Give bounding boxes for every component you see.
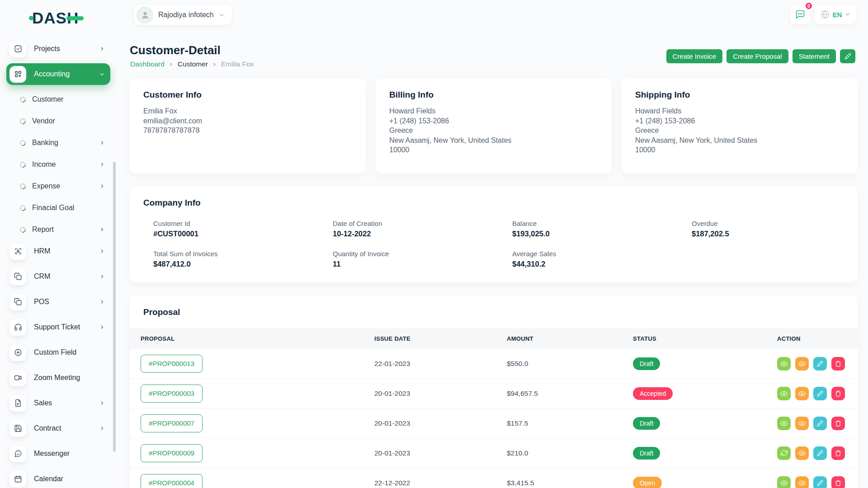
edit-button[interactable] [813,446,827,460]
sidebar-item-contract[interactable]: Contract [6,418,110,439]
create-invoice-button[interactable]: Create Invoice [666,49,723,63]
language-selector[interactable]: EN [815,5,856,24]
proposal-id-button[interactable]: #PROP000004 [141,474,203,488]
trash-icon [835,480,841,486]
sidebar-item-customer[interactable]: Customer [6,89,110,110]
pencil-icon [817,450,823,456]
delete-button[interactable] [831,387,845,400]
sidebar-item-zoom-meeting[interactable]: Zoom Meeting [6,367,110,389]
issue-date: 20-01-2023 [374,419,507,427]
eye-icon [798,360,806,367]
page-title: Customer-Detail [130,43,221,57]
proposal-card: Proposal PROPOSAL ISSUE DATE AMOUNT STAT… [130,296,858,488]
convert-button[interactable] [777,446,791,460]
sidebar-item-custom-field[interactable]: Custom Field [6,342,110,363]
eye-icon [798,450,806,457]
sidebar-item-report[interactable]: Report [6,219,110,240]
table-header: PROPOSAL ISSUE DATE AMOUNT STATUS ACTION [130,328,858,349]
brand-logo: DASH [29,9,84,27]
view-button[interactable] [777,357,791,371]
sidebar-item-pos[interactable]: POS [6,291,110,313]
delete-button[interactable] [831,357,845,371]
card-title: Shipping Info [635,90,844,100]
preview-button[interactable] [795,446,809,460]
proposal-id-button[interactable]: #PROP000003 [141,385,203,403]
delete-button[interactable] [831,417,845,430]
breadcrumb-customer[interactable]: Customer [178,60,208,68]
save-icon [9,420,26,437]
eye-icon [780,479,788,487]
edit-button[interactable] [813,417,827,430]
column-proposal: PROPOSAL [141,335,374,342]
sidebar-item-messenger[interactable]: Messenger [6,443,110,465]
edit-button[interactable] [813,476,827,488]
video-camera-icon [9,370,26,386]
preview-button[interactable] [795,476,809,488]
trash-icon [835,420,841,427]
amount: $550.0 [507,360,633,368]
preview-button[interactable] [795,417,809,430]
sidebar-item-vendor[interactable]: Vendor [6,110,110,132]
proposal-id-button[interactable]: #PROP000009 [141,444,203,462]
globe-icon [821,10,830,19]
view-button[interactable] [777,417,791,430]
view-button[interactable] [777,387,791,400]
sidebar-item-sales[interactable]: Sales [6,392,110,414]
grid-plus-icon [9,66,26,83]
breadcrumb-dashboard[interactable]: Dashboard [130,60,165,68]
cards-icon [9,268,26,285]
statement-button[interactable]: Statement [793,49,836,63]
stat-quantity-invoice: Quantity of Invoice 11 [333,250,512,268]
edit-customer-button[interactable] [840,49,855,63]
billing-name: Howard Fields [389,106,598,116]
view-button[interactable] [777,476,791,488]
eye-icon [798,479,806,487]
chevron-right-icon [169,62,174,67]
bullet-icon [19,225,27,234]
amount: $210.0 [507,449,633,457]
edit-button[interactable] [813,357,827,371]
sidebar-item-crm[interactable]: CRM [6,266,110,287]
shipping-info-card: Shipping Info Howard Fields +1 (248) 153… [622,78,858,174]
headphones-icon [9,319,26,336]
stat-date-of-creation: Date of Creation 10-12-2022 [333,220,512,238]
delete-button[interactable] [831,446,845,460]
preview-button[interactable] [795,387,809,400]
workspace-selector[interactable]: Rajodiya infotech [134,5,232,25]
calendar-icon [9,471,26,488]
proposal-id-button[interactable]: #PROP000013 [141,355,203,373]
sidebar-item-banking[interactable]: Banking [6,132,110,154]
sidebar-item-support-ticket[interactable]: Support Ticket [6,316,110,338]
sidebar-item-finacial-goal[interactable]: Finacial Goal [6,197,110,219]
status-badge: Draft [633,447,660,460]
billing-country: Greece [389,126,598,136]
column-status: STATUS [633,335,777,342]
logo-bar [66,16,84,20]
pencil-icon [844,53,851,60]
proposal-id-button[interactable]: #PROP000007 [141,414,203,432]
create-proposal-button[interactable]: Create Proposal [726,49,788,63]
pencil-icon [817,390,823,397]
chevron-right-icon [99,324,105,330]
shipping-name: Howard Fields [635,106,844,116]
chevron-right-icon [99,140,105,145]
delete-button[interactable] [831,476,845,488]
sidebar-item-accounting[interactable]: Accounting [6,63,110,85]
breadcrumb: Dashboard Customer Emilia Fox [130,60,254,68]
sidebar-item-hrm[interactable]: HRM [6,240,110,262]
chevron-down-icon [845,12,850,17]
sidebar-item-calendar[interactable]: Calendar [6,468,110,488]
sidebar-item-projects[interactable]: Projects [6,38,110,60]
edit-button[interactable] [813,387,827,400]
status-badge: Open [633,477,662,488]
sidebar-item-expense[interactable]: Expense [6,175,110,197]
sidebar-scrollbar[interactable] [113,162,116,452]
preview-button[interactable] [795,357,809,371]
sidebar-item-income[interactable]: Income [6,154,110,175]
chevron-right-icon [99,299,105,305]
issue-date: 22-01-2023 [374,360,507,368]
customer-info-card: Customer Info Emilia Fox emilia@client.c… [130,78,366,174]
messages-button[interactable]: 0 [790,5,810,24]
chevron-down-icon [99,71,105,77]
issue-date: 20-01-2023 [374,389,507,398]
